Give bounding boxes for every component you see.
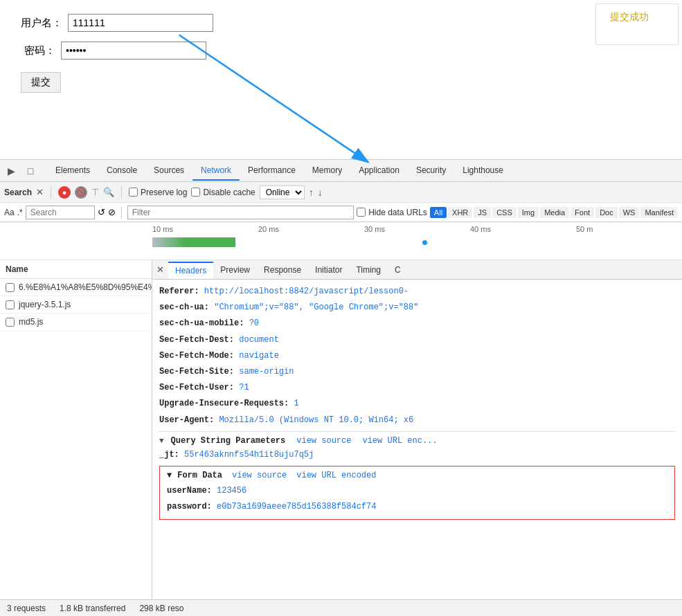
reload-icon[interactable]: ↺ bbox=[98, 207, 105, 217]
filter-all[interactable]: All bbox=[430, 207, 447, 218]
timeline-label-20ms: 20 ms bbox=[258, 225, 364, 233]
query-string-section-heading: ▼ Query String Parameters view source vi… bbox=[159, 431, 675, 447]
form-data-box: ▼ Form Data view source view URL encoded… bbox=[159, 466, 675, 520]
list-item-1[interactable]: jquery-3.5.1.js bbox=[0, 296, 152, 314]
form-data-username-row: userName: 123456 bbox=[167, 483, 667, 499]
throttle-select[interactable]: Online bbox=[260, 185, 305, 199]
list-item-0[interactable]: 6.%E8%A1%A8%E5%8D%95%E4%BA%8B... bbox=[0, 279, 152, 296]
timeline-dot bbox=[422, 240, 427, 245]
filter-icon[interactable]: ⊤ bbox=[91, 187, 99, 197]
header-value-sec-ch-ua-mobile: ?0 bbox=[249, 318, 259, 328]
detail-tab-timing[interactable]: Timing bbox=[349, 262, 388, 278]
aa-toggle[interactable]: Aa bbox=[4, 208, 15, 217]
tab-elements[interactable]: Elements bbox=[47, 161, 98, 181]
timeline-labels: 10 ms 20 ms 30 ms 40 ms 50 m bbox=[0, 222, 682, 233]
filter-ws[interactable]: WS bbox=[619, 207, 640, 218]
header-key-sec-fetch-mode: Sec-Fetch-Mode: bbox=[159, 351, 234, 361]
filter-doc[interactable]: Doc bbox=[595, 207, 618, 218]
detail-close-button[interactable]: ✕ bbox=[156, 264, 164, 275]
query-param-key-jt: _jt: bbox=[159, 450, 179, 460]
query-string-toggle[interactable]: ▼ bbox=[159, 437, 164, 445]
timeline-label-40ms: 40 ms bbox=[470, 225, 576, 233]
timeline-label-10ms: 10 ms bbox=[152, 225, 258, 233]
header-value-sec-fetch-mode: navigate bbox=[239, 351, 279, 361]
filter-font[interactable]: Font bbox=[571, 207, 594, 218]
filter-xhr[interactable]: XHR bbox=[448, 207, 472, 218]
tab-console[interactable]: Console bbox=[98, 161, 145, 181]
download-icon[interactable]: ↓ bbox=[318, 187, 323, 198]
username-input[interactable] bbox=[68, 14, 213, 32]
form-data-view-source[interactable]: view source bbox=[232, 471, 287, 480]
query-param-value-jt: 55r463aknnfs54h1it8uju7q5j bbox=[184, 450, 314, 460]
detail-tab-headers[interactable]: Headers bbox=[168, 262, 213, 278]
cursor-icon[interactable]: ▶ bbox=[3, 163, 19, 179]
status-transferred: 1.8 kB transferred bbox=[60, 604, 125, 613]
devtools-tab-bar: ▶ □ Elements Console Sources Network Per… bbox=[0, 160, 682, 182]
disable-cache-checkbox[interactable]: Disable cache bbox=[191, 188, 255, 197]
query-string-view-source[interactable]: view source bbox=[296, 436, 351, 446]
detail-panel: ✕ Headers Preview Response Initiator Tim… bbox=[152, 260, 682, 599]
header-value-upgrade: 1 bbox=[294, 399, 298, 408]
query-string-view-url-encoded[interactable]: view URL enc... bbox=[362, 436, 437, 446]
regex-toggle[interactable]: .* bbox=[17, 208, 23, 217]
header-value-referer: http://localhost:8842/javascript/lesson0… bbox=[204, 287, 409, 296]
list-item-2[interactable]: md5.js bbox=[0, 314, 152, 331]
search-close-button[interactable]: ✕ bbox=[36, 187, 44, 197]
form-data-username-key: userName: bbox=[167, 486, 212, 496]
header-value-user-agent: Mozilla/5.0 (Windows NT 10.0; Win64; x6 bbox=[219, 415, 413, 425]
password-input[interactable] bbox=[61, 42, 206, 60]
header-value-sec-fetch-dest: document bbox=[239, 335, 279, 345]
header-row-sec-fetch-site: Sec-Fetch-Site: same-origin bbox=[159, 364, 675, 380]
tab-network[interactable]: Network bbox=[192, 161, 240, 181]
filter-img[interactable]: Img bbox=[518, 207, 539, 218]
header-row-sec-ch-ua: sec-ch-ua: "Chromium";v="88", "Google Ch… bbox=[159, 300, 675, 316]
record-button[interactable]: ● bbox=[58, 186, 71, 199]
clear-button[interactable]: 🚫 bbox=[75, 186, 87, 199]
detail-tab-cookies[interactable]: C bbox=[388, 262, 408, 278]
timeline-area: 10 ms 20 ms 30 ms 40 ms 50 m bbox=[0, 222, 682, 260]
tab-lighthouse[interactable]: Lighthouse bbox=[454, 161, 512, 181]
search-input[interactable] bbox=[26, 206, 95, 219]
tab-application[interactable]: Application bbox=[350, 161, 408, 181]
upload-icon[interactable]: ↑ bbox=[309, 187, 314, 198]
filter-manifest[interactable]: Manifest bbox=[640, 207, 678, 218]
form-data-password-row: password: e0b73a1699aeee785d156388f584cf… bbox=[167, 499, 667, 515]
header-value-sec-fetch-user: ?1 bbox=[239, 383, 249, 392]
success-popup: 提交成功 bbox=[595, 3, 679, 45]
filter-css[interactable]: CSS bbox=[492, 207, 517, 218]
form-data-view-url-encoded[interactable]: view URL encoded bbox=[296, 471, 376, 480]
form-data-toggle[interactable]: ▼ bbox=[167, 471, 172, 480]
clear-search-icon[interactable]: ⊘ bbox=[108, 207, 116, 217]
detail-tab-initiator[interactable]: Initiator bbox=[308, 262, 349, 278]
header-key-upgrade: Upgrade-Insecure-Requests: bbox=[159, 399, 289, 408]
header-row-referer: Referer: http://localhost:8842/javascrip… bbox=[159, 284, 675, 300]
tab-performance[interactable]: Performance bbox=[240, 161, 304, 181]
list-item-checkbox-0[interactable] bbox=[6, 283, 15, 292]
header-row-upgrade: Upgrade-Insecure-Requests: 1 bbox=[159, 396, 675, 412]
list-item-checkbox-1[interactable] bbox=[6, 300, 15, 309]
success-text: 提交成功 bbox=[610, 11, 649, 22]
filter-js[interactable]: JS bbox=[474, 207, 491, 218]
filter-media[interactable]: Media bbox=[540, 207, 569, 218]
toolbar-separator-2 bbox=[121, 186, 122, 199]
form-data-section-heading: ▼ Form Data view source view URL encoded bbox=[167, 471, 667, 480]
list-item-label-2: md5.js bbox=[19, 317, 43, 327]
disable-cache-label: Disable cache bbox=[203, 188, 255, 197]
toolbar-separator-1 bbox=[51, 186, 51, 199]
tab-memory[interactable]: Memory bbox=[304, 161, 350, 181]
detail-tab-preview[interactable]: Preview bbox=[213, 262, 257, 278]
tab-sources[interactable]: Sources bbox=[145, 161, 192, 181]
box-icon[interactable]: □ bbox=[22, 163, 39, 179]
timeline-label-50ms: 50 m bbox=[576, 225, 682, 233]
list-item-checkbox-2[interactable] bbox=[6, 318, 15, 327]
detail-tab-response[interactable]: Response bbox=[257, 262, 308, 278]
hide-data-urls-checkbox[interactable]: Hide data URLs bbox=[357, 208, 427, 217]
preserve-log-checkbox[interactable]: Preserve log bbox=[129, 188, 187, 197]
form-data-username-value: 123456 bbox=[217, 486, 246, 496]
search-icon[interactable]: 🔍 bbox=[103, 187, 114, 197]
header-value-sec-fetch-site: same-origin bbox=[239, 367, 294, 377]
filter-input[interactable] bbox=[127, 206, 354, 219]
username-label: 用户名： bbox=[21, 17, 62, 30]
tab-security[interactable]: Security bbox=[408, 161, 454, 181]
submit-button[interactable]: 提交 bbox=[21, 72, 61, 93]
